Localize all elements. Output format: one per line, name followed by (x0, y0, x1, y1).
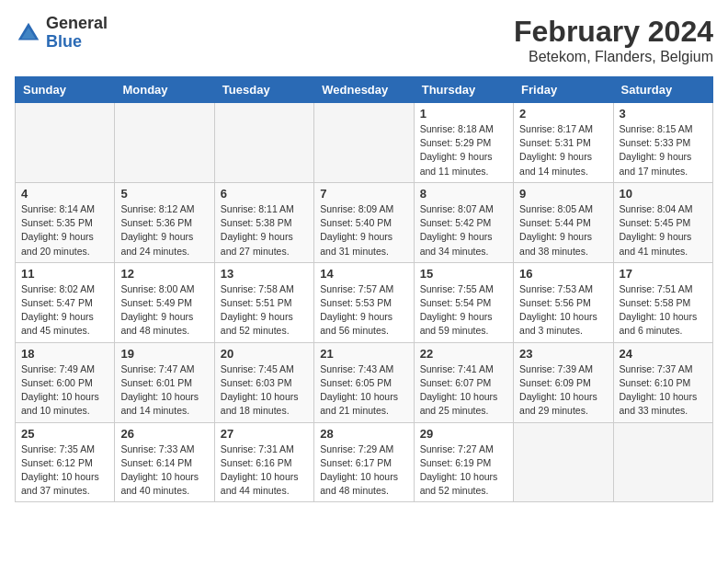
day-info: Sunrise: 8:14 AM Sunset: 5:35 PM Dayligh… (21, 202, 108, 259)
day-info: Sunrise: 7:58 AM Sunset: 5:51 PM Dayligh… (221, 282, 308, 339)
calendar-cell: 17Sunrise: 7:51 AM Sunset: 5:58 PM Dayli… (613, 262, 712, 342)
day-info: Sunrise: 7:53 AM Sunset: 5:56 PM Dayligh… (519, 282, 607, 339)
day-number: 1 (420, 107, 507, 121)
calendar-cell: 10Sunrise: 8:04 AM Sunset: 5:45 PM Dayli… (613, 182, 712, 262)
day-number: 27 (221, 427, 308, 441)
calendar-cell: 16Sunrise: 7:53 AM Sunset: 5:56 PM Dayli… (514, 262, 613, 342)
day-info: Sunrise: 8:09 AM Sunset: 5:40 PM Dayligh… (320, 202, 407, 259)
day-number: 4 (21, 187, 108, 201)
calendar-subtitle: Betekom, Flanders, Belgium (514, 49, 713, 65)
day-info: Sunrise: 7:27 AM Sunset: 6:19 PM Dayligh… (420, 442, 507, 499)
day-number: 11 (21, 267, 108, 281)
day-number: 18 (21, 347, 108, 361)
day-info: Sunrise: 7:35 AM Sunset: 6:12 PM Dayligh… (21, 442, 108, 499)
logo-general: General (46, 15, 108, 33)
day-info: Sunrise: 7:31 AM Sunset: 6:16 PM Dayligh… (221, 442, 308, 499)
day-number: 7 (320, 187, 407, 201)
logo-blue: Blue (46, 33, 108, 52)
calendar-cell: 3Sunrise: 8:15 AM Sunset: 5:33 PM Daylig… (613, 103, 712, 183)
day-number: 9 (519, 187, 607, 201)
day-number: 19 (120, 347, 208, 361)
day-number: 10 (620, 187, 707, 201)
day-number: 3 (620, 107, 707, 121)
day-of-week-header: Wednesday (314, 77, 414, 103)
calendar-cell: 23Sunrise: 7:39 AM Sunset: 6:09 PM Dayli… (514, 342, 613, 422)
day-info: Sunrise: 8:11 AM Sunset: 5:38 PM Dayligh… (221, 202, 308, 259)
day-info: Sunrise: 7:45 AM Sunset: 6:03 PM Dayligh… (221, 362, 308, 419)
calendar-week-row: 18Sunrise: 7:49 AM Sunset: 6:00 PM Dayli… (16, 342, 713, 422)
calendar-cell: 11Sunrise: 8:02 AM Sunset: 5:47 PM Dayli… (16, 262, 115, 342)
day-info: Sunrise: 8:07 AM Sunset: 5:42 PM Dayligh… (420, 202, 507, 259)
calendar-cell: 21Sunrise: 7:43 AM Sunset: 6:05 PM Dayli… (314, 342, 414, 422)
logo-text: General Blue (46, 15, 108, 52)
calendar-title: February 2024 (514, 15, 713, 49)
calendar-cell: 26Sunrise: 7:33 AM Sunset: 6:14 PM Dayli… (115, 422, 214, 502)
calendar-cell: 20Sunrise: 7:45 AM Sunset: 6:03 PM Dayli… (214, 342, 313, 422)
day-info: Sunrise: 8:02 AM Sunset: 5:47 PM Dayligh… (21, 282, 108, 339)
calendar-cell: 22Sunrise: 7:41 AM Sunset: 6:07 PM Dayli… (414, 342, 513, 422)
day-number: 17 (620, 267, 707, 281)
calendar-week-row: 4Sunrise: 8:14 AM Sunset: 5:35 PM Daylig… (16, 182, 713, 262)
day-info: Sunrise: 7:51 AM Sunset: 5:58 PM Dayligh… (620, 282, 707, 339)
days-header-row: SundayMondayTuesdayWednesdayThursdayFrid… (16, 77, 713, 103)
day-number: 21 (320, 347, 407, 361)
calendar-week-row: 1Sunrise: 8:18 AM Sunset: 5:29 PM Daylig… (16, 103, 713, 183)
day-number: 14 (320, 267, 407, 281)
day-of-week-header: Monday (115, 77, 214, 103)
day-number: 13 (221, 267, 308, 281)
day-info: Sunrise: 7:37 AM Sunset: 6:10 PM Dayligh… (620, 362, 707, 419)
day-info: Sunrise: 8:05 AM Sunset: 5:44 PM Dayligh… (519, 202, 607, 259)
calendar-cell: 6Sunrise: 8:11 AM Sunset: 5:38 PM Daylig… (214, 182, 313, 262)
calendar-cell: 8Sunrise: 8:07 AM Sunset: 5:42 PM Daylig… (414, 182, 513, 262)
title-area: February 2024 Betekom, Flanders, Belgium (514, 15, 713, 65)
day-number: 15 (420, 267, 507, 281)
day-number: 2 (519, 107, 607, 121)
calendar-cell (314, 103, 414, 183)
calendar-cell: 27Sunrise: 7:31 AM Sunset: 6:16 PM Dayli… (214, 422, 313, 502)
day-info: Sunrise: 7:39 AM Sunset: 6:09 PM Dayligh… (519, 362, 607, 419)
calendar-cell (613, 422, 712, 502)
calendar-cell: 9Sunrise: 8:05 AM Sunset: 5:44 PM Daylig… (514, 182, 613, 262)
day-info: Sunrise: 8:17 AM Sunset: 5:31 PM Dayligh… (519, 122, 607, 178)
calendar-cell: 2Sunrise: 8:17 AM Sunset: 5:31 PM Daylig… (514, 103, 613, 183)
day-info: Sunrise: 7:49 AM Sunset: 6:00 PM Dayligh… (21, 362, 108, 419)
day-number: 8 (420, 187, 507, 201)
day-info: Sunrise: 7:41 AM Sunset: 6:07 PM Dayligh… (420, 362, 507, 419)
day-info: Sunrise: 7:55 AM Sunset: 5:54 PM Dayligh… (420, 282, 507, 339)
day-of-week-header: Friday (514, 77, 613, 103)
calendar-week-row: 11Sunrise: 8:02 AM Sunset: 5:47 PM Dayli… (16, 262, 713, 342)
day-of-week-header: Sunday (16, 77, 115, 103)
day-number: 29 (420, 427, 507, 441)
day-of-week-header: Saturday (613, 77, 712, 103)
calendar-cell: 15Sunrise: 7:55 AM Sunset: 5:54 PM Dayli… (414, 262, 513, 342)
day-info: Sunrise: 7:29 AM Sunset: 6:17 PM Dayligh… (320, 442, 407, 499)
day-number: 26 (120, 427, 208, 441)
calendar-cell: 25Sunrise: 7:35 AM Sunset: 6:12 PM Dayli… (16, 422, 115, 502)
calendar-cell: 12Sunrise: 8:00 AM Sunset: 5:49 PM Dayli… (115, 262, 214, 342)
logo-icon (15, 19, 42, 47)
calendar-cell: 18Sunrise: 7:49 AM Sunset: 6:00 PM Dayli… (16, 342, 115, 422)
day-info: Sunrise: 8:18 AM Sunset: 5:29 PM Dayligh… (420, 122, 507, 178)
day-number: 12 (120, 267, 208, 281)
calendar-cell (16, 103, 115, 183)
calendar-week-row: 25Sunrise: 7:35 AM Sunset: 6:12 PM Dayli… (16, 422, 713, 502)
logo: General Blue (15, 15, 108, 52)
day-info: Sunrise: 7:43 AM Sunset: 6:05 PM Dayligh… (320, 362, 407, 419)
day-number: 5 (120, 187, 208, 201)
day-info: Sunrise: 8:04 AM Sunset: 5:45 PM Dayligh… (620, 202, 707, 259)
calendar-cell (514, 422, 613, 502)
calendar-cell: 19Sunrise: 7:47 AM Sunset: 6:01 PM Dayli… (115, 342, 214, 422)
day-number: 20 (221, 347, 308, 361)
calendar-cell: 24Sunrise: 7:37 AM Sunset: 6:10 PM Dayli… (613, 342, 712, 422)
day-info: Sunrise: 7:33 AM Sunset: 6:14 PM Dayligh… (120, 442, 208, 499)
calendar-cell: 13Sunrise: 7:58 AM Sunset: 5:51 PM Dayli… (214, 262, 313, 342)
calendar-cell (214, 103, 313, 183)
day-of-week-header: Thursday (414, 77, 513, 103)
day-info: Sunrise: 8:15 AM Sunset: 5:33 PM Dayligh… (620, 122, 707, 178)
calendar-cell: 1Sunrise: 8:18 AM Sunset: 5:29 PM Daylig… (414, 103, 513, 183)
day-number: 24 (620, 347, 707, 361)
day-of-week-header: Tuesday (214, 77, 313, 103)
calendar-cell: 28Sunrise: 7:29 AM Sunset: 6:17 PM Dayli… (314, 422, 414, 502)
calendar-cell: 4Sunrise: 8:14 AM Sunset: 5:35 PM Daylig… (16, 182, 115, 262)
calendar-cell: 7Sunrise: 8:09 AM Sunset: 5:40 PM Daylig… (314, 182, 414, 262)
